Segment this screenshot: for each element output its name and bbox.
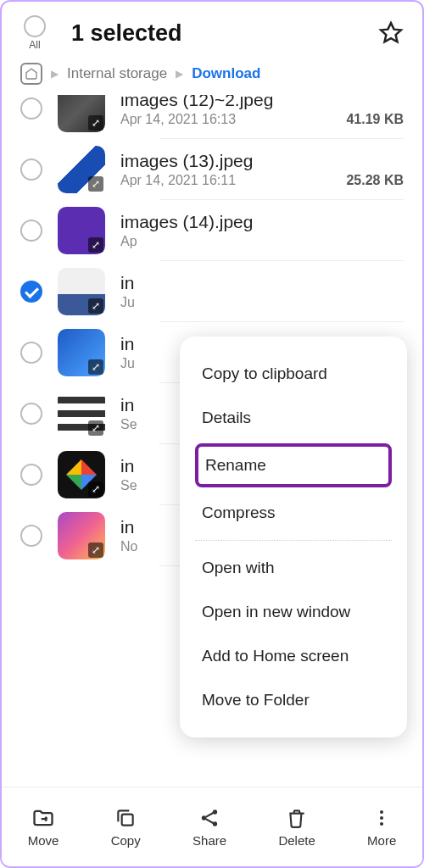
svg-point-5 — [380, 816, 383, 820]
file-thumbnail[interactable]: ⤢ — [58, 512, 105, 559]
file-date: Ju — [120, 295, 135, 310]
chevron-right-icon: ▶ — [51, 68, 59, 80]
file-row[interactable]: ⤢inJu — [2, 261, 422, 322]
file-thumbnail[interactable]: ⤢ — [58, 146, 105, 193]
menu-item-compress[interactable]: Compress — [180, 491, 407, 535]
menu-item-copy-to-clipboard[interactable]: Copy to clipboard — [180, 352, 407, 396]
file-name: in — [120, 273, 404, 293]
file-checkbox[interactable] — [20, 220, 42, 242]
file-date: Ju — [120, 356, 135, 371]
file-checkbox[interactable] — [20, 464, 42, 486]
file-checkbox[interactable] — [20, 342, 42, 364]
file-thumbnail[interactable]: ⤢ — [58, 451, 105, 498]
file-meta: images (14).jpegAp — [120, 212, 404, 249]
context-menu: Copy to clipboardDetailsRenameCompress O… — [180, 337, 407, 737]
file-name: images (12)~2.jpeg — [120, 95, 404, 110]
select-all-label: All — [29, 39, 40, 51]
file-size: 41.19 KB — [346, 112, 404, 127]
file-date: Apr 14, 2021 16:13 — [120, 112, 236, 127]
menu-item-open-in-new-window[interactable]: Open in new window — [180, 590, 407, 634]
menu-item-add-to-home-screen[interactable]: Add to Home screen — [180, 634, 407, 678]
expand-icon: ⤢ — [88, 176, 103, 192]
file-size: 25.28 KB — [346, 173, 404, 188]
svg-rect-0 — [122, 815, 133, 826]
file-date: No — [120, 539, 137, 554]
svg-point-6 — [380, 822, 383, 826]
selection-count-title: 1 selected — [71, 20, 368, 47]
file-checkbox[interactable] — [20, 525, 42, 547]
file-row[interactable]: ⤢images (14).jpegAp — [2, 200, 422, 261]
move-button[interactable]: Move — [28, 806, 59, 848]
file-checkbox[interactable] — [20, 281, 42, 303]
share-icon — [198, 806, 221, 830]
expand-icon: ⤢ — [88, 359, 103, 375]
home-icon[interactable] — [20, 63, 42, 85]
selection-header: All 1 selected — [2, 2, 422, 59]
copy-button[interactable]: Copy — [111, 806, 141, 848]
file-thumbnail[interactable]: ⤢ — [58, 268, 105, 315]
file-meta: images (13).jpegApr 14, 2021 16:1125.28 … — [120, 151, 404, 188]
file-thumbnail[interactable]: ⤢ — [58, 207, 105, 254]
file-thumbnail[interactable]: ⤢ — [58, 329, 105, 376]
trash-icon — [285, 806, 309, 830]
expand-icon: ⤢ — [88, 542, 103, 558]
file-row[interactable]: ⤢images (12)~2.jpegApr 14, 2021 16:1341.… — [2, 95, 422, 139]
file-meta: inJu — [120, 273, 404, 310]
svg-point-4 — [380, 810, 383, 814]
menu-item-move-to-folder[interactable]: Move to Folder — [180, 678, 407, 722]
file-date: Apr 14, 2021 16:11 — [120, 173, 236, 188]
chevron-right-icon: ▶ — [176, 68, 183, 80]
bottom-action-bar: Move Copy Share Delete More — [2, 787, 422, 866]
more-label: More — [367, 833, 396, 848]
file-thumbnail[interactable]: ⤢ — [58, 390, 105, 437]
delete-label: Delete — [278, 833, 315, 848]
move-label: Move — [28, 833, 59, 848]
file-thumbnail[interactable]: ⤢ — [58, 95, 105, 132]
expand-icon: ⤢ — [88, 481, 103, 497]
expand-icon: ⤢ — [88, 237, 103, 253]
copy-icon — [114, 806, 137, 830]
file-checkbox[interactable] — [20, 97, 42, 120]
copy-label: Copy — [111, 833, 141, 848]
select-all-checkbox[interactable] — [24, 15, 46, 37]
expand-icon: ⤢ — [88, 298, 103, 314]
delete-button[interactable]: Delete — [278, 806, 315, 848]
file-date: Se — [120, 478, 137, 493]
share-label: Share — [192, 833, 226, 848]
expand-icon: ⤢ — [88, 420, 103, 436]
file-name: images (13).jpeg — [120, 151, 404, 171]
menu-item-open-with[interactable]: Open with — [180, 546, 407, 590]
expand-icon: ⤢ — [88, 115, 103, 131]
file-checkbox[interactable] — [20, 403, 42, 425]
share-button[interactable]: Share — [192, 806, 226, 848]
file-checkbox[interactable] — [20, 159, 42, 181]
menu-item-rename[interactable]: Rename — [195, 443, 392, 487]
file-meta: images (12)~2.jpegApr 14, 2021 16:1341.1… — [120, 95, 404, 127]
breadcrumb-item-internal[interactable]: Internal storage — [67, 65, 167, 82]
breadcrumb-item-current[interactable]: Download — [192, 65, 260, 82]
favorite-icon[interactable] — [378, 20, 404, 46]
move-icon — [31, 806, 55, 830]
menu-item-details[interactable]: Details — [180, 396, 407, 440]
more-button[interactable]: More — [367, 806, 396, 848]
file-date: Ap — [120, 234, 137, 249]
more-vertical-icon — [370, 806, 393, 830]
breadcrumb: ▶ Internal storage ▶ Download — [2, 59, 422, 95]
file-row[interactable]: ⤢images (13).jpegApr 14, 2021 16:1125.28… — [2, 139, 422, 200]
file-date: Se — [120, 417, 137, 432]
menu-separator — [195, 540, 392, 541]
file-name: images (14).jpeg — [120, 212, 404, 232]
